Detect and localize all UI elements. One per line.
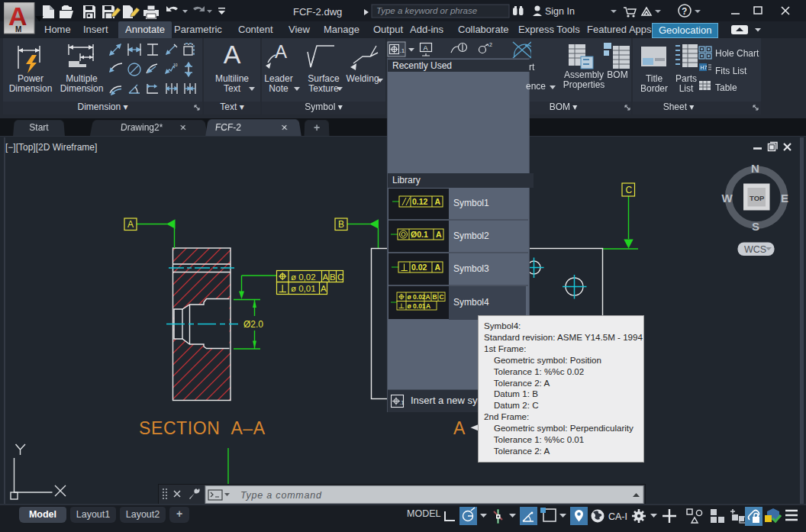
svg-text:C: C — [626, 185, 633, 195]
svg-text:CA-I: CA-I — [608, 511, 627, 522]
svg-text:Ø0.1: Ø0.1 — [411, 230, 428, 239]
svg-text:A: A — [436, 230, 442, 239]
svg-text:[−][Top][2D Wireframe]: [−][Top][2D Wireframe] — [5, 142, 97, 153]
svg-text:ø 0,02: ø 0,02 — [291, 272, 316, 282]
svg-text:ø 0.02: ø 0.02 — [408, 293, 426, 301]
svg-text:E: E — [781, 192, 788, 205]
svg-text:B: B — [330, 272, 336, 282]
svg-text:A: A — [127, 219, 134, 230]
svg-text:FCF-2.dwg: FCF-2.dwg — [293, 6, 342, 18]
svg-text:C: C — [440, 293, 444, 301]
svg-text:?: ? — [682, 6, 687, 17]
svg-text:A: A — [424, 44, 428, 52]
svg-text:N: N — [751, 162, 759, 175]
svg-text:0.12: 0.12 — [412, 197, 428, 206]
svg-text:B: B — [433, 293, 437, 301]
svg-text:.1: .1 — [400, 400, 405, 405]
svg-text:M: M — [15, 25, 21, 34]
svg-text:A: A — [453, 418, 466, 438]
svg-text:Type a command: Type a command — [240, 490, 322, 501]
svg-text:W: W — [722, 192, 733, 205]
svg-text:A: A — [426, 302, 430, 310]
svg-text:C: C — [337, 272, 343, 282]
svg-text:.1: .1 — [400, 47, 405, 54]
svg-text:10: 10 — [173, 63, 178, 67]
svg-text:ø 0.01: ø 0.01 — [408, 302, 426, 310]
svg-text:ø 0,01: ø 0,01 — [291, 284, 316, 293]
svg-text:A: A — [323, 272, 329, 282]
svg-text:S: S — [752, 220, 759, 233]
svg-text:SECTION A–A: SECTION A–A — [139, 418, 266, 438]
svg-text:TOP: TOP — [750, 194, 765, 202]
svg-text:H7: H7 — [701, 65, 708, 70]
svg-text:A: A — [321, 284, 327, 293]
svg-text:0.02: 0.02 — [411, 263, 427, 272]
svg-text:Sign In: Sign In — [545, 6, 575, 17]
svg-text:A: A — [435, 263, 441, 272]
svg-text:2: 2 — [489, 42, 492, 47]
svg-text:B: B — [338, 219, 344, 230]
svg-text:WCS: WCS — [744, 244, 766, 255]
svg-text:A: A — [435, 197, 441, 206]
svg-text:Ø2.0: Ø2.0 — [243, 319, 263, 330]
svg-text:A: A — [426, 293, 430, 301]
svg-text:Type a keyword or phrase: Type a keyword or phrase — [376, 6, 477, 15]
svg-text:A: A — [275, 41, 287, 62]
